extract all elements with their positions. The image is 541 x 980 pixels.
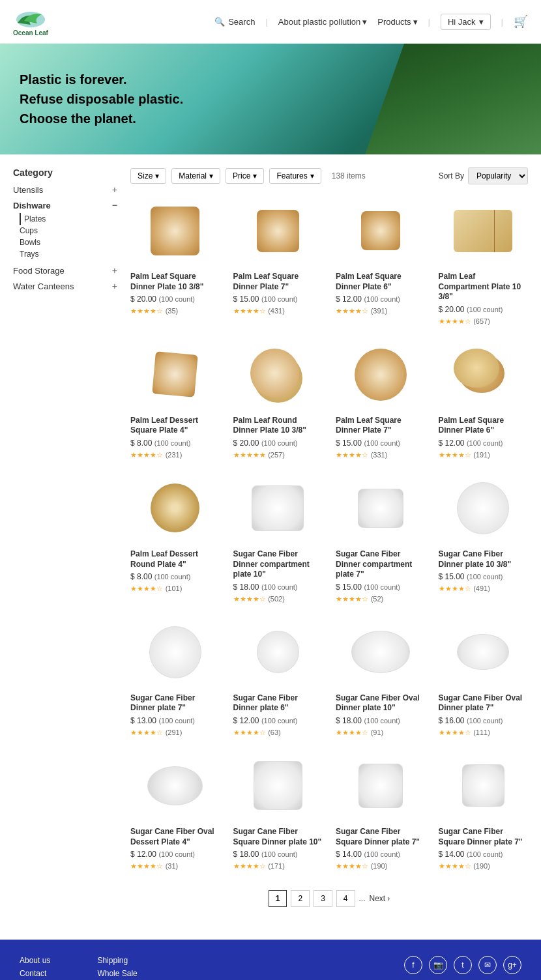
search-nav-item[interactable]: 🔍 Search [214, 17, 255, 27]
sidebar-item-bowls[interactable]: Bowls [20, 237, 117, 248]
product-name: Sugar Cane Fiber Square Dinner plate 7" [439, 827, 529, 847]
features-filter[interactable]: Features ▾ [269, 168, 321, 184]
email-icon[interactable]: ✉ [478, 956, 497, 974]
product-card[interactable]: Palm Leaf Dessert Round Plate 4" $ 8.00 … [130, 472, 220, 603]
product-name: Sugar Cane Fiber Oval Dessert Plate 4" [130, 827, 220, 847]
product-image [257, 210, 299, 252]
product-card[interactable]: Sugar Cane Fiber Dinner plate 10 3/8" $ … [439, 472, 529, 603]
sidebar-item-cups[interactable]: Cups [20, 225, 117, 237]
main-layout: Category Utensils + Dishware − Plates Cu… [0, 154, 541, 940]
footer-col-1: About us Contact Our products [20, 956, 65, 980]
product-rating: ★★★★☆ (391) [336, 306, 426, 315]
sidebar-item-dishware[interactable]: Dishware − Plates Cups Bowls Trays [13, 200, 117, 260]
page-4-button[interactable]: 4 [336, 890, 355, 907]
product-price: $ 20.00 (100 count) [233, 439, 323, 448]
product-card[interactable]: Palm Leaf Round Dinner Plate 10 3/8" $ 2… [233, 339, 323, 459]
product-image-wrap [336, 472, 426, 544]
product-card[interactable]: Sugar Cane Fiber Square Dinner plate 7" … [336, 750, 426, 871]
sidebar-item-trays[interactable]: Trays [20, 248, 117, 260]
sidebar-item-water-canteens[interactable]: Water Canteens + [13, 281, 117, 291]
pagination-dots: ... [359, 894, 366, 903]
product-card[interactable]: Palm Leaf Compartment Plate 10 3/8" $ 20… [439, 195, 529, 326]
product-name: Palm Leaf Square Dinner Plate 10 3/8" [130, 272, 220, 292]
page-2-button[interactable]: 2 [291, 890, 310, 907]
product-image-wrap [233, 339, 323, 411]
size-filter[interactable]: Size ▾ [130, 168, 166, 184]
product-card[interactable]: Palm Leaf Square Dinner Plate 6" $ 12.00… [439, 339, 529, 459]
product-card[interactable]: Sugar Cane Fiber Dinner compartment plat… [233, 472, 323, 603]
product-rating: ★★★★☆ (35) [130, 306, 220, 315]
nav-separator: | [265, 17, 267, 27]
footer-right: f 📷 t ✉ g+ Choose the planet [404, 956, 521, 980]
product-card[interactable]: Sugar Cane Fiber Dinner plate 6" $ 12.00… [233, 616, 323, 737]
sidebar-item-food-storage[interactable]: Food Storage + [13, 265, 117, 276]
sidebar-item-plates[interactable]: Plates [20, 213, 117, 225]
chevron-down-icon: ▾ [479, 17, 484, 27]
product-rating: ★★★★☆ (190) [439, 861, 529, 871]
sort-select[interactable]: Popularity [468, 167, 528, 184]
product-image-wrap [439, 339, 529, 411]
product-name: Sugar Cane Fiber Dinner plate 7" [130, 693, 220, 713]
product-image-wrap [130, 750, 220, 822]
product-card[interactable]: Palm Leaf Square Dinner Plate 6" $ 12.00… [336, 195, 426, 326]
product-name: Sugar Cane Fiber Oval Dinner plate 10" [336, 693, 426, 713]
page-3-button[interactable]: 3 [314, 890, 332, 907]
instagram-icon[interactable]: 📷 [429, 956, 447, 974]
product-card[interactable]: Palm Leaf Square Dinner Plate 7" $ 15.00… [336, 339, 426, 459]
product-name: Sugar Cane Fiber Dinner plate 6" [233, 693, 323, 713]
product-name: Palm Leaf Square Dinner Plate 6" [439, 416, 529, 436]
expand-icon: + [112, 281, 117, 291]
products-nav-item[interactable]: Products ▾ [377, 17, 417, 27]
product-card[interactable]: Sugar Cane Fiber Dinner plate 7" $ 13.00… [130, 616, 220, 737]
header: Ocean Leaf 🔍 Search | About plastic poll… [0, 0, 541, 44]
product-image [149, 626, 201, 678]
product-grid: Palm Leaf Square Dinner Plate 10 3/8" $ … [130, 195, 528, 871]
product-image-wrap [233, 472, 323, 544]
product-card[interactable]: Palm Leaf Square Dinner Plate 7" $ 15.00… [233, 195, 323, 326]
product-card[interactable]: Sugar Cane Fiber Oval Dessert Plate 4" $… [130, 750, 220, 871]
product-card[interactable]: Sugar Cane Fiber Dinner compartment plat… [336, 472, 426, 603]
chevron-down-icon: ▾ [413, 17, 418, 27]
product-image-wrap [336, 616, 426, 688]
footer-wholesale-link[interactable]: Whole Sale [97, 969, 137, 978]
product-image-wrap [336, 339, 426, 411]
product-name: Sugar Cane Fiber Square Dinner plate 10" [233, 827, 323, 847]
product-image-wrap [336, 195, 426, 267]
sidebar-item-utensils[interactable]: Utensils + [13, 184, 117, 195]
product-card[interactable]: Palm Leaf Square Dinner Plate 10 3/8" $ … [130, 195, 220, 326]
product-image-wrap [130, 195, 220, 267]
product-card[interactable]: Sugar Cane Fiber Oval Dinner plate 7" $ … [439, 616, 529, 737]
price-filter[interactable]: Price ▾ [226, 168, 264, 184]
product-rating: ★★★★☆ (52) [336, 594, 426, 603]
pollution-nav-item[interactable]: About plastic pollution ▾ [278, 17, 367, 27]
product-price: $ 15.00 (100 count) [233, 295, 323, 304]
logo[interactable]: Ocean Leaf [13, 7, 48, 36]
page-1-button[interactable]: 1 [269, 890, 287, 907]
cart-icon[interactable]: 🛒 [514, 14, 528, 29]
google-plus-icon[interactable]: g+ [503, 956, 521, 974]
product-name: Sugar Cane Fiber Dinner compartment plat… [336, 549, 426, 580]
product-card[interactable]: Sugar Cane Fiber Oval Dinner plate 10" $… [336, 616, 426, 737]
footer-contact-link[interactable]: Contact [20, 969, 65, 978]
product-image-wrap [439, 616, 529, 688]
product-image [355, 349, 407, 401]
material-filter[interactable]: Material ▾ [171, 168, 220, 184]
product-image [457, 634, 509, 670]
content-area: Size ▾ Material ▾ Price ▾ Features ▾ 138… [130, 167, 528, 927]
product-card[interactable]: Palm Leaf Dessert Square Plate 4" $ 8.00… [130, 339, 220, 459]
product-card[interactable]: Sugar Cane Fiber Square Dinner plate 10"… [233, 750, 323, 871]
search-icon: 🔍 [214, 17, 225, 27]
footer-shipping-link[interactable]: Shipping [97, 956, 137, 965]
product-image [147, 766, 203, 805]
twitter-icon[interactable]: t [454, 956, 472, 974]
product-rating: ★★★★☆ (331) [336, 450, 426, 459]
next-page-button[interactable]: Next › [370, 894, 390, 903]
product-card[interactable]: Sugar Cane Fiber Square Dinner plate 7" … [439, 750, 529, 871]
user-menu[interactable]: Hi Jack ▾ [441, 14, 491, 30]
product-image-wrap [233, 750, 323, 822]
facebook-icon[interactable]: f [404, 956, 422, 974]
sort-area: Sort By Popularity [439, 167, 528, 184]
footer-about-link[interactable]: About us [20, 956, 65, 965]
product-image-wrap [130, 472, 220, 544]
filter-bar: Size ▾ Material ▾ Price ▾ Features ▾ 138… [130, 167, 528, 184]
